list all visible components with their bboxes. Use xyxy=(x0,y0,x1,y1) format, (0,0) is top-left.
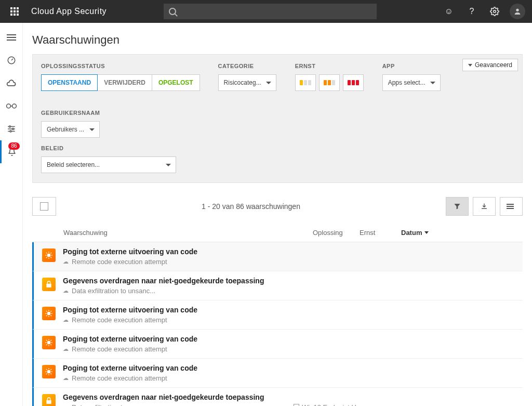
svg-point-21 xyxy=(47,312,51,316)
chevron-down-icon xyxy=(468,64,472,67)
threat-icon xyxy=(42,336,56,349)
svg-point-10 xyxy=(10,130,11,132)
svg-line-17 xyxy=(50,257,51,258)
svg-line-35 xyxy=(46,340,47,341)
user-select[interactable]: Gebruikers ... xyxy=(41,121,100,138)
left-rail: 86 xyxy=(0,23,23,406)
svg-line-47 xyxy=(50,369,51,370)
feedback-button[interactable]: ☺ xyxy=(438,0,459,23)
waffle-icon xyxy=(10,7,19,16)
lock-icon xyxy=(42,394,56,406)
checkbox-icon xyxy=(40,202,48,211)
column-severity[interactable]: Ernst xyxy=(360,229,401,237)
severity-high-button[interactable] xyxy=(343,74,364,91)
advanced-toggle[interactable]: Geavanceerd xyxy=(462,59,518,71)
hamburger-icon xyxy=(7,34,16,41)
alert-title: Gegevens overdragen naar niet-goedgekeur… xyxy=(63,277,514,285)
nav-control[interactable] xyxy=(0,117,23,140)
alert-badge: 86 xyxy=(8,142,19,150)
severity-low-button[interactable] xyxy=(295,74,316,91)
nav-discover[interactable] xyxy=(0,72,23,95)
svg-point-1 xyxy=(516,9,518,11)
chevron-down-icon xyxy=(430,82,435,84)
column-alert[interactable]: Waarschuwing xyxy=(63,229,313,237)
filter-category-group: CATEGORIE Risicocateg... xyxy=(218,63,276,91)
cloud-icon xyxy=(6,80,17,87)
download-button[interactable] xyxy=(473,197,496,216)
alert-subtitle: ☁Data exfiltration to unsanc...Win10 End… xyxy=(63,403,514,406)
table-toolbar: 1 - 20 van 86 waarschuwingen xyxy=(32,193,523,219)
filter-status-label: OPLOSSINGSSTATUS xyxy=(41,63,200,69)
filter-severity-label: ERNST xyxy=(295,63,364,69)
column-headers: Waarschuwing Oplossing Ernst Datum xyxy=(32,224,523,242)
alerts-list: Poging tot externe uitvoering van code ☁… xyxy=(32,242,523,406)
alert-row[interactable]: Gegevens overdragen naar niet-goedgekeur… xyxy=(32,388,523,406)
select-all-checkbox[interactable] xyxy=(32,197,56,216)
filter-app-label: APP xyxy=(382,63,441,69)
header-actions: ☺ ? xyxy=(438,0,528,23)
funnel-icon xyxy=(454,203,461,210)
search-input[interactable] xyxy=(164,4,377,19)
status-open-button[interactable]: OPENSTAAND xyxy=(41,74,98,91)
alert-subtitle: ☁Remote code execution attempt xyxy=(63,316,514,324)
app-select[interactable]: Apps select... xyxy=(382,74,441,91)
account-button[interactable] xyxy=(507,0,528,23)
nav-investigate[interactable] xyxy=(0,95,23,117)
help-button[interactable]: ? xyxy=(461,0,482,23)
cloud-small-icon: ☁ xyxy=(63,317,69,323)
alert-row[interactable]: Poging tot externe uitvoering van code ☁… xyxy=(32,359,523,388)
alert-subtitle: ☁Remote code execution attempt xyxy=(63,258,514,266)
svg-line-16 xyxy=(46,253,47,254)
filter-policy-label: BELEID xyxy=(41,145,176,151)
filter-severity-group: ERNST xyxy=(295,63,364,91)
top-header: Cloud App Security ☺ ? xyxy=(0,0,532,23)
alert-row[interactable]: Poging tot externe uitvoering van code ☁… xyxy=(32,242,523,271)
person-icon xyxy=(513,7,522,16)
smile-icon: ☺ xyxy=(445,7,453,16)
cloud-small-icon: ☁ xyxy=(63,287,69,294)
svg-point-11 xyxy=(47,254,51,257)
result-count: 1 - 20 van 86 waarschuwingen xyxy=(56,202,446,211)
filter-panel: Geavanceerd OPLOSSINGSSTATUS OPENSTAAND … xyxy=(32,54,523,183)
svg-line-26 xyxy=(46,311,47,312)
category-select[interactable]: Risicocateg... xyxy=(218,74,276,91)
alert-row[interactable]: Poging tot externe uitvoering van code ☁… xyxy=(32,330,523,359)
cloud-small-icon: ☁ xyxy=(63,346,69,352)
filter-policy-group: BELEID Beleid selecteren... xyxy=(41,145,176,173)
chevron-down-icon xyxy=(424,231,429,234)
app-launcher-button[interactable] xyxy=(4,0,25,23)
list-icon xyxy=(507,204,514,209)
nav-alerts[interactable]: 86 xyxy=(0,140,23,163)
glasses-icon xyxy=(6,103,17,109)
alert-subtitle: ☁Remote code execution attempt xyxy=(63,374,514,382)
alert-row[interactable]: Poging tot externe uitvoering van code ☁… xyxy=(32,300,523,330)
column-resolution[interactable]: Oplossing xyxy=(313,229,360,237)
alert-title: Gegevens overdragen naar niet-goedgekeur… xyxy=(63,393,514,401)
alert-subtitle: ☁Remote code execution attempt xyxy=(63,345,514,353)
nav-dashboard[interactable] xyxy=(0,49,23,72)
gear-icon xyxy=(490,7,499,16)
status-resolved-button[interactable]: OPGELOST xyxy=(152,74,200,91)
help-icon: ? xyxy=(470,7,474,16)
filter-status-group: OPLOSSINGSSTATUS OPENSTAAND VERWIJDERD O… xyxy=(41,63,200,91)
svg-line-27 xyxy=(50,315,51,316)
svg-line-46 xyxy=(46,373,47,374)
svg-line-37 xyxy=(46,344,47,345)
alert-row[interactable]: Gegevens overdragen naar niet-goedgekeur… xyxy=(32,271,523,300)
policy-select[interactable]: Beleid selecteren... xyxy=(41,156,176,173)
page-title: Waarschuwingen xyxy=(32,33,523,47)
filter-category-label: CATEGORIE xyxy=(218,63,276,69)
advanced-label: Geavanceerd xyxy=(475,61,512,69)
svg-point-30 xyxy=(47,341,51,345)
avatar xyxy=(510,4,525,19)
status-removed-button[interactable]: VERWIJDERD xyxy=(97,74,152,91)
severity-medium-button[interactable] xyxy=(319,74,340,91)
column-date[interactable]: Datum xyxy=(401,229,429,237)
settings-button[interactable] xyxy=(484,0,505,23)
chevron-down-icon xyxy=(89,128,95,131)
cloud-small-icon: ☁ xyxy=(63,258,69,265)
filter-button[interactable] xyxy=(446,197,469,216)
svg-point-9 xyxy=(12,128,14,130)
view-options-button[interactable] xyxy=(500,197,523,216)
menu-toggle[interactable] xyxy=(0,26,23,49)
